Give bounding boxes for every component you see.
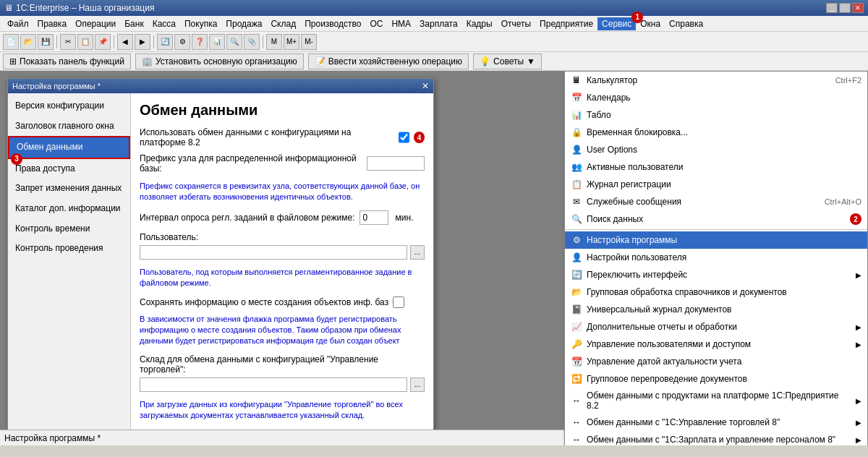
dm-exchange2[interactable]: ↔ Обмен данными с "1С:Управление торговл… bbox=[565, 414, 867, 431]
tb-extra1[interactable]: 🔄 bbox=[157, 34, 173, 50]
dm-messages[interactable]: ✉ Служебные сообщения Ctrl+Alt+O bbox=[565, 193, 867, 210]
tb-new[interactable]: 📄 bbox=[3, 34, 19, 50]
left-item-version[interactable]: Версия конфигурации bbox=[8, 96, 130, 116]
dm-search-label: Поиск данных bbox=[587, 214, 846, 224]
warehouse-input[interactable] bbox=[140, 377, 407, 392]
dm-log[interactable]: 📋 Журнал регистрации bbox=[565, 176, 867, 193]
enter-operation-button[interactable]: 📝 Ввести хозяйственную операцию bbox=[308, 54, 469, 69]
left-item-catalog[interactable]: Каталог доп. информации bbox=[8, 199, 130, 219]
dm-lock[interactable]: 🔒 Временная блокировка... bbox=[565, 124, 867, 141]
dm-search[interactable]: 🔍 Поиск данных 2 bbox=[565, 210, 867, 228]
dm-calendar-label: Календарь bbox=[587, 93, 861, 103]
right-panel: Обмен данными Использовать обмен данными… bbox=[131, 93, 433, 445]
interval-label: Интервал опроса регл. заданий в файловом… bbox=[140, 213, 355, 223]
warehouse-row: Склад для обмена данными с конфигурацией… bbox=[140, 354, 425, 392]
user-info: Пользователь, под которым выполняется ре… bbox=[140, 267, 425, 289]
tb-save[interactable]: 💾 bbox=[38, 34, 54, 50]
dm-repost[interactable]: 🔁 Групповое перепроведение документов bbox=[565, 370, 867, 388]
menu-os[interactable]: ОС bbox=[365, 17, 387, 30]
menu-bank[interactable]: Банк bbox=[120, 17, 148, 30]
tb-mplus[interactable]: M+ bbox=[284, 34, 299, 50]
warehouse-browse-button[interactable]: ... bbox=[410, 377, 425, 392]
minimize-button[interactable]: _ bbox=[826, 3, 838, 13]
exchange1-icon: ↔ bbox=[571, 395, 582, 406]
calendar-icon: 📅 bbox=[571, 92, 582, 103]
dm-calendar[interactable]: 📅 Календарь bbox=[565, 89, 867, 106]
dm-calculator[interactable]: 🖩 Калькулятор Ctrl+F2 bbox=[565, 72, 867, 89]
menu-reports[interactable]: Отчеты bbox=[497, 17, 535, 30]
dm-extra-reports[interactable]: 📈 Дополнительные отчеты и обработки ▶ bbox=[565, 318, 867, 336]
set-org-button[interactable]: 🏢 Установить основную организацию bbox=[135, 54, 304, 69]
left-item-time[interactable]: Контроль времени bbox=[8, 219, 130, 239]
tb-copy[interactable]: 📋 bbox=[77, 34, 93, 50]
dm-exchange2-label: Обмен данными с "1С:Управление торговлей… bbox=[587, 417, 851, 427]
menu-nma[interactable]: НМА bbox=[387, 17, 415, 30]
menu-salary[interactable]: Зарплата bbox=[415, 17, 462, 30]
tb-cut[interactable]: ✂ bbox=[60, 34, 76, 50]
interval-input[interactable] bbox=[359, 210, 388, 225]
tb-sep3 bbox=[153, 35, 154, 48]
dm-active-users[interactable]: 👥 Активные пользователи bbox=[565, 158, 867, 176]
left-item-control[interactable]: Контроль проведения bbox=[8, 239, 130, 259]
dm-exchange3[interactable]: ↔ Обмен данными с "1С:Зарплата и управле… bbox=[565, 431, 867, 445]
tb-extra6[interactable]: 📎 bbox=[244, 34, 260, 50]
tb-forward[interactable]: ▶ bbox=[135, 34, 150, 50]
menu-help[interactable]: Справка bbox=[665, 17, 707, 30]
prefix-input[interactable] bbox=[367, 156, 425, 171]
maximize-button[interactable]: □ bbox=[839, 3, 851, 13]
save-info-checkbox[interactable] bbox=[393, 296, 404, 308]
tb-extra3[interactable]: ❓ bbox=[192, 34, 208, 50]
tb-back[interactable]: ◀ bbox=[117, 34, 133, 50]
exchange1-arrow-icon: ▶ bbox=[856, 397, 861, 405]
dm-date-management[interactable]: 📆 Управление датой актуальности учета bbox=[565, 353, 867, 370]
tb-paste[interactable]: 📌 bbox=[95, 34, 111, 50]
tb-open[interactable]: 📂 bbox=[20, 34, 36, 50]
dialog-title: Настройка программы * bbox=[12, 82, 101, 90]
tb-m[interactable]: M bbox=[266, 34, 282, 50]
dm-switch-interface[interactable]: 🔄 Переключить интерфейс ▶ bbox=[565, 266, 867, 283]
advice-button[interactable]: 💡 Советы ▼ bbox=[473, 54, 542, 69]
close-button[interactable]: ✕ bbox=[852, 3, 864, 13]
left-item-rights[interactable]: Права доступа bbox=[8, 159, 130, 179]
dm-user-options-label: User Options bbox=[587, 145, 861, 155]
settings-dialog: Настройка программы * ✕ Версия конфигура… bbox=[7, 78, 434, 445]
badge-4: 4 bbox=[414, 132, 425, 143]
menu-kassa[interactable]: Касса bbox=[148, 17, 180, 30]
menu-enterprise[interactable]: Предприятие bbox=[535, 17, 597, 30]
left-item-exchange[interactable]: Обмен данными 3 bbox=[8, 136, 130, 159]
dm-user-options[interactable]: 👤 User Options bbox=[565, 141, 867, 158]
dm-messages-shortcut: Ctrl+Alt+O bbox=[825, 197, 861, 206]
tb-extra4[interactable]: 📊 bbox=[209, 34, 225, 50]
dm-program-settings[interactable]: ⚙ Настройка программы bbox=[565, 231, 867, 249]
calc-icon: 🖩 bbox=[571, 74, 582, 86]
dm-tablo-label: Табло bbox=[587, 110, 861, 120]
user-input[interactable] bbox=[140, 245, 407, 260]
show-panel-button[interactable]: ⊞ Показать панель функций bbox=[3, 54, 131, 69]
menu-edit[interactable]: Правка bbox=[33, 17, 72, 30]
user-browse-button[interactable]: ... bbox=[410, 245, 425, 260]
menu-sale[interactable]: Продажа bbox=[221, 17, 266, 30]
tb-extra5[interactable]: 🔍 bbox=[226, 34, 242, 50]
dm-user-settings[interactable]: 👤 Настройки пользователя bbox=[565, 249, 867, 266]
menu-purchase[interactable]: Покупка bbox=[180, 17, 221, 30]
dm-exchange1[interactable]: ↔ Обмен данными с продуктами на платформ… bbox=[565, 388, 867, 414]
dm-user-access[interactable]: 🔑 Управление пользователями и доступом ▶ bbox=[565, 336, 867, 353]
use-exchange-checkbox[interactable] bbox=[399, 132, 409, 143]
dialog-close-button[interactable]: ✕ bbox=[422, 81, 429, 91]
menu-warehouse[interactable]: Склад bbox=[266, 17, 300, 30]
exchange2-arrow-icon: ▶ bbox=[856, 419, 861, 427]
menu-operations[interactable]: Операции bbox=[71, 17, 120, 30]
dm-universal-journal[interactable]: 📓 Универсальный журнал документов bbox=[565, 301, 867, 318]
menu-production[interactable]: Производство bbox=[300, 17, 365, 30]
left-item-ban[interactable]: Запрет изменения данных bbox=[8, 179, 130, 199]
func-bar: ⊞ Показать панель функций 🏢 Установить о… bbox=[0, 52, 868, 71]
dm-tablo[interactable]: 📊 Табло bbox=[565, 106, 867, 124]
menu-service[interactable]: Сервис 1 bbox=[597, 17, 636, 30]
dm-group-process[interactable]: 📂 Групповая обработка справочников и док… bbox=[565, 283, 867, 301]
main-area: Настройка программы * ✕ Версия конфигура… bbox=[0, 71, 868, 445]
left-item-header[interactable]: Заголовок главного окна bbox=[8, 116, 130, 137]
menu-file[interactable]: Файл bbox=[3, 17, 33, 30]
tb-mminus[interactable]: M- bbox=[301, 34, 317, 50]
tb-extra2[interactable]: ⚙ bbox=[174, 34, 190, 50]
menu-hr[interactable]: Кадры bbox=[462, 17, 497, 30]
